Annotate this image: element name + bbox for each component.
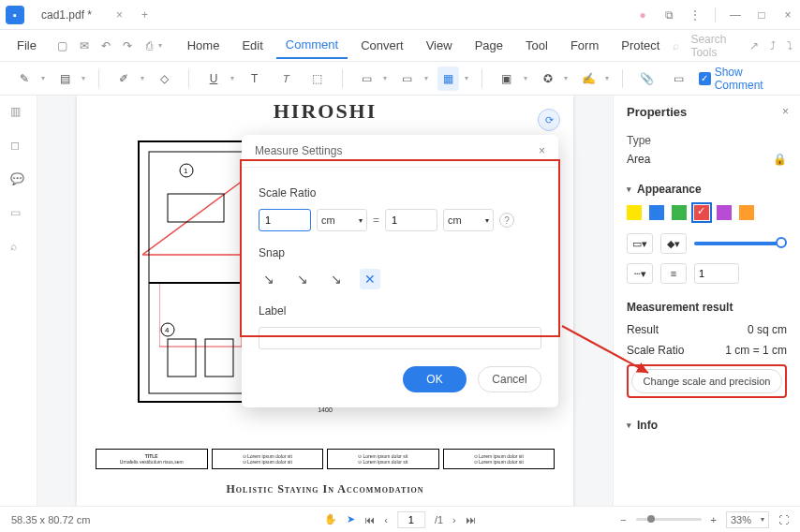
mail-icon[interactable]: ✉ [75,36,93,56]
line-style-btn[interactable]: ┄▾ [627,263,653,284]
bookmarks-icon[interactable]: ◻ [10,139,27,155]
measure-tool[interactable]: ▦ [437,66,460,91]
menu-form[interactable]: Form [561,33,608,58]
snap-intersect[interactable]: ↘ [326,269,347,289]
cancel-button[interactable]: Cancel [478,366,541,392]
text-tool[interactable]: T [244,66,266,91]
opacity-slider[interactable] [694,242,787,245]
help-icon[interactable]: ? [499,213,514,228]
external-icon[interactable]: ↗ [749,39,759,52]
select-tool-icon[interactable]: ➤ [347,513,355,525]
next-page-icon[interactable]: › [452,514,456,525]
stamp-tool[interactable]: ▤ [54,66,77,91]
border-color-btn[interactable]: ▭▾ [627,233,653,254]
note-tool[interactable]: ✎ [13,66,36,91]
lock-icon[interactable]: 🔒 [773,153,787,166]
comments-icon[interactable]: 💬 [10,172,27,189]
maximize-button[interactable]: □ [755,8,768,22]
measure-settings-dialog: Measure Settings × Scale Ratio cm▾ = cm▾… [242,135,558,407]
change-scale-button[interactable]: Change scale and precision [631,369,782,393]
thickness-input[interactable] [694,263,739,284]
ratio-label: Scale Ratio [627,344,684,357]
redo-icon[interactable]: ↷ [119,36,137,56]
hand-tool-icon[interactable]: ✋ [324,513,337,525]
tab-close-icon[interactable]: × [116,8,123,22]
page-input[interactable] [397,511,425,528]
swatch-blue[interactable] [649,205,664,220]
search-icon[interactable]: ⌕ [673,39,679,52]
download-icon[interactable]: ⤵ [787,39,793,52]
menu-protect[interactable]: Protect [612,33,669,58]
cursor-coords: 58.35 x 80.72 cm [11,514,90,525]
swatch-red[interactable] [694,205,709,220]
search-panel-icon[interactable]: ⌕ [10,240,27,257]
label-input[interactable] [259,327,541,349]
ratio-input-2[interactable] [385,209,437,231]
save-icon[interactable]: ▢ [53,36,71,56]
zoom-out-icon[interactable]: − [620,514,626,525]
properties-close-icon[interactable]: × [782,105,789,118]
ratio-input-1[interactable] [259,209,311,231]
titlebar: ▪ cad1.pdf * × + ● ⧉ ⋮ — □ × [0,0,800,30]
more-icon[interactable]: ⋮ [689,8,702,22]
underline-tool[interactable]: U [202,66,225,91]
snap-midpoint[interactable]: ↘ [292,269,313,289]
print-icon[interactable]: ⎙ [141,36,158,56]
menu-comment[interactable]: Comment [276,32,348,59]
chevron-down-icon[interactable]: ▾ [158,41,162,50]
show-comment-toggle[interactable]: ✓ Show Comment [699,66,787,92]
text-box-tool[interactable]: 𝘛 [274,66,297,91]
menu-tool[interactable]: Tool [516,33,557,58]
undo-icon[interactable]: ↶ [96,36,114,56]
unit-select-1[interactable]: cm▾ [317,209,367,231]
zoom-slider[interactable] [636,518,702,521]
first-page-icon[interactable]: ⏮ [364,514,375,525]
swatch-green[interactable] [672,205,687,220]
swatch-yellow[interactable] [627,205,642,220]
highlight-tool[interactable]: ✐ [112,66,135,91]
fill-color-btn[interactable]: ◆▾ [660,233,687,254]
snap-perpendicular[interactable]: ✕ [360,269,380,289]
line-tool[interactable]: ▭ [396,66,419,91]
close-button[interactable]: × [781,8,794,22]
new-tab-button[interactable]: + [132,8,157,22]
hide-tool[interactable]: ▭ [667,66,689,91]
unit-select-2[interactable]: cm▾ [443,209,494,231]
attach-tool[interactable]: 📎 [636,66,659,91]
menu-page[interactable]: Page [466,33,512,58]
line-weight-btn[interactable]: ≡ [660,263,687,284]
cloud-icon[interactable]: ● [636,8,649,22]
zoom-in-icon[interactable]: + [711,514,717,525]
fit-page-icon[interactable]: ⛶ [778,514,789,525]
stamp2-tool[interactable]: ✪ [537,66,559,91]
last-page-icon[interactable]: ⏭ [466,514,476,525]
area-tool[interactable]: ▣ [496,66,518,91]
menu-file[interactable]: File [7,33,46,58]
menubar: File ▢ ✉ ↶ ↷ ⎙ ▾ Home Edit Comment Conve… [0,30,800,62]
menu-convert[interactable]: Convert [351,33,413,58]
search-tools[interactable]: Search Tools [690,33,738,59]
callout-tool[interactable]: ⬚ [306,66,329,91]
dialog-close-icon[interactable]: × [539,144,545,157]
zoom-select[interactable]: 33%▾ [726,511,769,528]
rect-tool[interactable]: ▭ [355,66,378,91]
snap-endpoint[interactable]: ↘ [259,269,279,289]
page-icon[interactable]: ⟳ [538,109,560,131]
thumbnails-icon[interactable]: ▥ [10,105,27,122]
ok-button[interactable]: OK [403,366,467,392]
attachments-icon[interactable]: ▭ [10,206,27,223]
swatch-purple[interactable] [717,205,732,220]
minimize-button[interactable]: — [729,8,742,22]
sign-tool[interactable]: ✍ [577,66,600,91]
document-tab[interactable]: cad1.pdf * × [32,0,132,30]
upload-icon[interactable]: ⤴ [770,39,776,52]
prev-page-icon[interactable]: ‹ [384,514,388,525]
menu-home[interactable]: Home [178,33,230,58]
eraser-tool[interactable]: ◇ [154,66,176,91]
menu-edit[interactable]: Edit [232,33,272,58]
share-icon[interactable]: ⧉ [662,8,675,22]
info-header[interactable]: Info [627,419,787,432]
menu-view[interactable]: View [417,33,462,58]
swatch-orange[interactable] [739,205,754,220]
appearance-header[interactable]: Appearance [627,183,787,196]
